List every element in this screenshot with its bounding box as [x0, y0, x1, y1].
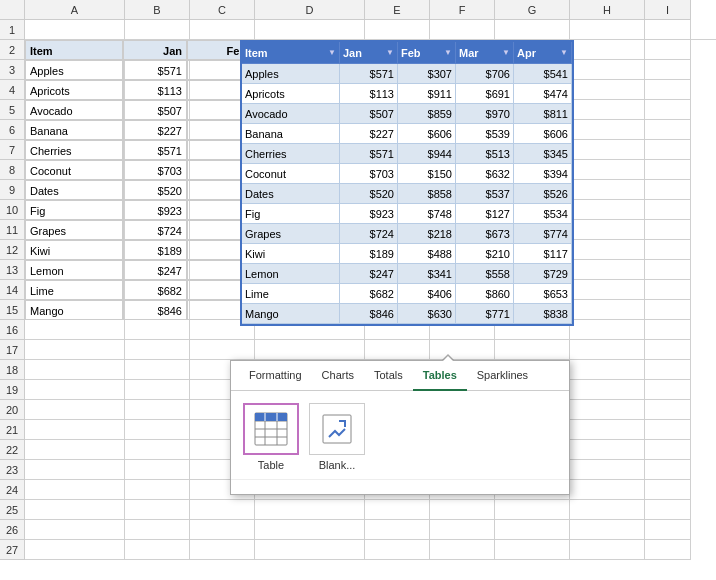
- cell-r10-c8[interactable]: [570, 200, 645, 220]
- right-cell-r10-c2[interactable]: $341: [398, 264, 456, 284]
- right-cell-r7-c1[interactable]: $923: [340, 204, 398, 224]
- cell-r25-c5[interactable]: [365, 500, 430, 520]
- cell-r16-c9[interactable]: [645, 320, 691, 340]
- right-cell-r4-c2[interactable]: $944: [398, 144, 456, 164]
- cell-r22-c1[interactable]: [25, 440, 125, 460]
- cell-r20-c8[interactable]: [570, 400, 645, 420]
- cell-r27-c2[interactable]: [125, 540, 190, 560]
- cell-r27-c8[interactable]: [570, 540, 645, 560]
- cell-r12-c9[interactable]: [645, 240, 691, 260]
- cell-r3-c9[interactable]: [645, 60, 691, 80]
- cell-r17-c8[interactable]: [570, 340, 645, 360]
- cell-r2-c9[interactable]: [645, 40, 691, 60]
- right-cell-r0-c3[interactable]: $706: [456, 64, 514, 84]
- cell-r7-c8[interactable]: [570, 140, 645, 160]
- cell-r20-c1[interactable]: [25, 400, 125, 420]
- right-cell-r8-c4[interactable]: $774: [514, 224, 572, 244]
- cell-r11-c8[interactable]: [570, 220, 645, 240]
- cell-r20-c2[interactable]: [125, 400, 190, 420]
- right-cell-r1-c4[interactable]: $474: [514, 84, 572, 104]
- cell-r25-c1[interactable]: [25, 500, 125, 520]
- cell-r17-c1[interactable]: [25, 340, 125, 360]
- right-cell-r9-c2[interactable]: $488: [398, 244, 456, 264]
- cell-r26-c7[interactable]: [495, 520, 570, 540]
- dropdown-icon[interactable]: ▼: [560, 42, 568, 64]
- left-cell-r6-c0[interactable]: Dates: [25, 180, 123, 200]
- right-cell-r6-c1[interactable]: $520: [340, 184, 398, 204]
- cell-r26-c6[interactable]: [430, 520, 495, 540]
- cell-r25-c9[interactable]: [645, 500, 691, 520]
- cell-r25-c7[interactable]: [495, 500, 570, 520]
- cell-r16-c8[interactable]: [570, 320, 645, 340]
- right-cell-r9-c0[interactable]: Kiwi: [242, 244, 340, 264]
- cell-r25-c4[interactable]: [255, 500, 365, 520]
- cell-r23-c9[interactable]: [645, 460, 691, 480]
- cell-r4-c8[interactable]: [570, 80, 645, 100]
- cell-r8-c8[interactable]: [570, 160, 645, 180]
- right-cell-r1-c0[interactable]: Apricots: [242, 84, 340, 104]
- cell-r2-c8[interactable]: [570, 40, 645, 60]
- cell-r17-c5[interactable]: [365, 340, 430, 360]
- right-header-apr[interactable]: Apr▼: [514, 42, 572, 64]
- left-cell-r12-c1[interactable]: $846: [123, 300, 187, 320]
- right-cell-r2-c4[interactable]: $811: [514, 104, 572, 124]
- cell-r27-c6[interactable]: [430, 540, 495, 560]
- right-cell-r3-c2[interactable]: $606: [398, 124, 456, 144]
- left-cell-r0-c0[interactable]: Apples: [25, 60, 123, 80]
- right-cell-r4-c0[interactable]: Cherries: [242, 144, 340, 164]
- right-cell-r9-c4[interactable]: $117: [514, 244, 572, 264]
- cell-r16-c2[interactable]: [125, 320, 190, 340]
- cell-r8-c9[interactable]: [645, 160, 691, 180]
- left-cell-r9-c1[interactable]: $189: [123, 240, 187, 260]
- left-cell-r11-c1[interactable]: $682: [123, 280, 187, 300]
- cell-r19-c1[interactable]: [25, 380, 125, 400]
- cell-r13-c9[interactable]: [645, 260, 691, 280]
- cell-r18-c9[interactable]: [645, 360, 691, 380]
- cell-r17-c2[interactable]: [125, 340, 190, 360]
- right-header-feb[interactable]: Feb▼: [398, 42, 456, 64]
- cell-r21-c9[interactable]: [645, 420, 691, 440]
- right-cell-r12-c2[interactable]: $630: [398, 304, 456, 324]
- right-cell-r5-c0[interactable]: Coconut: [242, 164, 340, 184]
- cell-r27-c3[interactable]: [190, 540, 255, 560]
- dropdown-icon[interactable]: ▼: [328, 42, 336, 64]
- cell-r4-c9[interactable]: [645, 80, 691, 100]
- cell-r22-c9[interactable]: [645, 440, 691, 460]
- cell-r24-c8[interactable]: [570, 480, 645, 500]
- left-cell-r8-c1[interactable]: $724: [123, 220, 187, 240]
- left-cell-r4-c1[interactable]: $571: [123, 140, 187, 160]
- cell-r18-c8[interactable]: [570, 360, 645, 380]
- cell-r11-c9[interactable]: [645, 220, 691, 240]
- cell-r25-c2[interactable]: [125, 500, 190, 520]
- cell-r7-c9[interactable]: [645, 140, 691, 160]
- right-cell-r8-c1[interactable]: $724: [340, 224, 398, 244]
- right-cell-r4-c1[interactable]: $571: [340, 144, 398, 164]
- left-cell-r5-c0[interactable]: Coconut: [25, 160, 123, 180]
- right-cell-r3-c3[interactable]: $539: [456, 124, 514, 144]
- right-cell-r1-c3[interactable]: $691: [456, 84, 514, 104]
- cell-r16-c1[interactable]: [25, 320, 125, 340]
- cell-r19-c9[interactable]: [645, 380, 691, 400]
- cell-r15-c8[interactable]: [570, 300, 645, 320]
- cell-r21-c1[interactable]: [25, 420, 125, 440]
- left-cell-r9-c0[interactable]: Kiwi: [25, 240, 123, 260]
- qa-tab-formatting[interactable]: Formatting: [239, 361, 312, 391]
- right-cell-r12-c4[interactable]: $838: [514, 304, 572, 324]
- cell-r27-c7[interactable]: [495, 540, 570, 560]
- right-cell-r7-c4[interactable]: $534: [514, 204, 572, 224]
- cell-r27-c4[interactable]: [255, 540, 365, 560]
- left-cell-r0-c1[interactable]: $571: [123, 60, 187, 80]
- cell-r27-c5[interactable]: [365, 540, 430, 560]
- left-cell-r5-c1[interactable]: $703: [123, 160, 187, 180]
- right-cell-r6-c0[interactable]: Dates: [242, 184, 340, 204]
- left-cell-r10-c0[interactable]: Lemon: [25, 260, 123, 280]
- blank-icon-box[interactable]: [309, 403, 365, 455]
- cell-r23-c8[interactable]: [570, 460, 645, 480]
- right-cell-r10-c4[interactable]: $729: [514, 264, 572, 284]
- right-cell-r11-c4[interactable]: $653: [514, 284, 572, 304]
- cell-r23-c2[interactable]: [125, 460, 190, 480]
- left-cell-r7-c0[interactable]: Fig: [25, 200, 123, 220]
- cell-r15-c9[interactable]: [645, 300, 691, 320]
- right-cell-r3-c0[interactable]: Banana: [242, 124, 340, 144]
- right-cell-r10-c0[interactable]: Lemon: [242, 264, 340, 284]
